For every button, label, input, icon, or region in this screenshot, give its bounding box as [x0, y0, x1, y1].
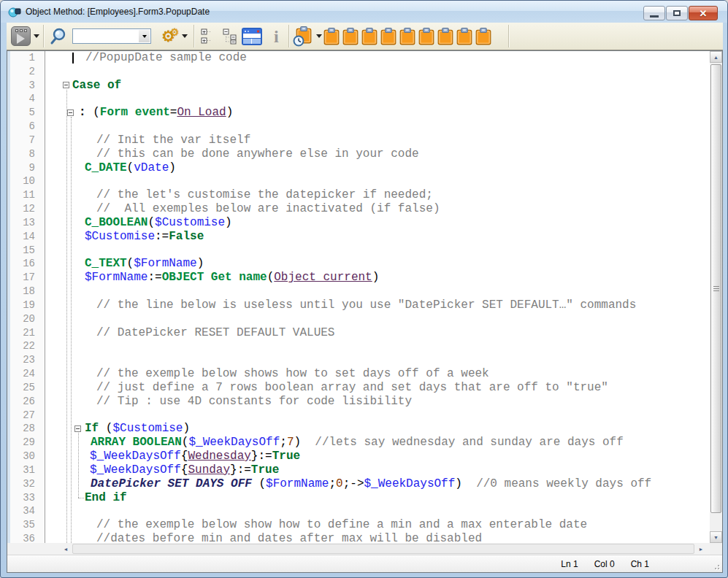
code-token: // Tip : use 4D constants for code lisib…: [96, 395, 412, 408]
code-line[interactable]: [46, 92, 711, 106]
resize-grip[interactable]: [712, 562, 719, 569]
code-line[interactable]: // the exemple below shows how to set da…: [46, 367, 711, 381]
collapse-all-button[interactable]: [223, 23, 237, 50]
clipboard-button-8[interactable]: [456, 28, 475, 45]
code-token: ): [294, 436, 301, 449]
code-line[interactable]: C_TEXT($FormName): [46, 257, 711, 271]
code-line[interactable]: // Init the var itself: [46, 134, 711, 147]
code-line[interactable]: End if: [46, 491, 711, 505]
code-token: (: [267, 271, 275, 284]
clipboard-button-6[interactable]: [418, 28, 437, 45]
code-area[interactable]: //PopupDate sample codeCase of: (Form ev…: [46, 51, 711, 543]
code-token: //PopupDate sample code: [85, 51, 247, 64]
line-number-gutter[interactable]: 1234567891011121314151617181920212223242…: [7, 51, 45, 543]
maximize-button[interactable]: [666, 6, 688, 20]
fold-toggle[interactable]: [74, 425, 81, 432]
code-token: $_WeekDaysOff: [188, 436, 280, 449]
clipboard-icon: [380, 28, 396, 45]
scroll-left-button[interactable]: ◄: [60, 543, 72, 555]
vertical-scroll-thumb[interactable]: [710, 64, 721, 513]
code-token: Object current: [274, 271, 372, 284]
clipboard-button-5[interactable]: [399, 28, 418, 45]
code-line[interactable]: [46, 353, 711, 367]
code-line[interactable]: ARRAY BOOLEAN($_WeekDaysOff;7) //lets sa…: [46, 436, 711, 450]
code-line[interactable]: [46, 409, 711, 423]
search-dropdown-button[interactable]: [139, 30, 150, 42]
code-line[interactable]: $FormName:=OBJECT Get name(Object curren…: [46, 271, 711, 285]
clipboard-button-7[interactable]: [437, 28, 456, 45]
code-line[interactable]: [46, 174, 711, 188]
line-number: 6: [12, 120, 35, 134]
clipboard-history-button[interactable]: [294, 23, 322, 50]
clipboard-icon: [323, 28, 340, 45]
code-line[interactable]: //PopupDate sample code: [46, 51, 711, 65]
run-method-button[interactable]: [11, 23, 39, 50]
code-line[interactable]: // just define a 7 rows boolean array an…: [46, 381, 711, 395]
code-line[interactable]: [46, 339, 711, 353]
vertical-scrollbar[interactable]: ▲ ▼: [710, 51, 722, 543]
scroll-up-button[interactable]: ▲: [710, 51, 722, 63]
fold-toggle[interactable]: [67, 109, 74, 116]
method-info-button[interactable]: i: [274, 23, 279, 50]
scroll-right-button[interactable]: ►: [695, 543, 707, 555]
code-line[interactable]: // the let's customise the datepicker if…: [46, 188, 711, 202]
code-line[interactable]: // DatePicker RESET DEFAULT VALUES: [46, 326, 711, 340]
code-token: // this can be done anywhere else in you…: [96, 147, 419, 161]
code-line[interactable]: If ($Customise): [46, 422, 711, 436]
clipboard-button-9[interactable]: [475, 28, 494, 45]
clipboard-button-1[interactable]: [323, 28, 342, 45]
code-token: :=: [237, 463, 251, 477]
code-line[interactable]: $_WeekDaysOff{Wednesday}:=True: [46, 450, 711, 463]
run-dropdown-arrow[interactable]: [34, 34, 39, 38]
code-token: :=: [147, 271, 161, 284]
code-line[interactable]: // Tip : use 4D constants for code lisib…: [46, 395, 711, 409]
code-line[interactable]: [46, 285, 711, 298]
collapse-all-icon: [223, 28, 237, 45]
clipboard-history-dropdown-arrow[interactable]: [316, 34, 322, 38]
status-char: Ch 1: [631, 559, 649, 569]
code-line[interactable]: [46, 312, 711, 326]
line-number: 34: [12, 504, 35, 518]
macros-button[interactable]: ⚙ ⚙: [161, 23, 188, 50]
code-line[interactable]: // the line below is useless until you u…: [46, 298, 711, 312]
code-line[interactable]: C_BOOLEAN($Customise): [46, 216, 711, 230]
scroll-down-button[interactable]: ▼: [710, 531, 722, 543]
code-token: ;->: [343, 477, 364, 490]
fold-scope-foot: [78, 498, 84, 498]
code-line[interactable]: // the exemple below show how to define …: [46, 518, 711, 532]
code-line[interactable]: $Customise:=False: [46, 230, 711, 244]
horizontal-scroll-thumb[interactable]: [72, 544, 694, 554]
clipboard-button-3[interactable]: [361, 28, 380, 45]
expand-all-button[interactable]: [201, 23, 214, 50]
fold-toggle[interactable]: [63, 82, 69, 88]
code-line[interactable]: Case of: [46, 79, 711, 93]
code-line[interactable]: $_WeekDaysOff{Sunday}:=True: [46, 463, 711, 477]
code-line[interactable]: [46, 65, 711, 79]
macros-dropdown-arrow[interactable]: [182, 34, 188, 38]
search-input[interactable]: [72, 28, 151, 44]
code-line[interactable]: // All exemples below are inactivated (i…: [46, 202, 711, 216]
code-line[interactable]: : (Form event=On Load): [46, 106, 711, 120]
code-line[interactable]: [46, 120, 711, 134]
object-method-window: Object Method: [Employees].Form3.PopupDa…: [0, 0, 728, 578]
clipboard-button-4[interactable]: [380, 28, 399, 45]
code-line[interactable]: C_DATE(vDate): [46, 161, 711, 175]
line-number: 16: [12, 257, 35, 271]
code-line[interactable]: [46, 504, 711, 518]
horizontal-scrollbar[interactable]: ◄ ►: [7, 543, 711, 555]
code-token: DatePicker SET DAYS OFF: [91, 477, 258, 490]
code-line[interactable]: //dates before min and dates after max w…: [46, 532, 711, 543]
code-line[interactable]: DatePicker SET DAYS OFF ($FormName;0;->$…: [46, 477, 711, 491]
line-number: 21: [12, 326, 35, 340]
titlebar[interactable]: Object Method: [Employees].Form3.PopupDa…: [1, 1, 728, 23]
code-line[interactable]: // this can be done anywhere else in you…: [46, 147, 711, 161]
method-icon: [8, 6, 21, 18]
clipboard-button-2[interactable]: [342, 28, 361, 45]
goto-form-button[interactable]: [242, 23, 262, 50]
code-token: //0 means weekly days off: [462, 477, 651, 490]
code-line[interactable]: [46, 244, 711, 258]
code-token: :: [79, 106, 86, 119]
minimize-button[interactable]: [643, 6, 665, 20]
close-button[interactable]: ✕: [689, 6, 718, 20]
line-number: 9: [12, 161, 35, 175]
